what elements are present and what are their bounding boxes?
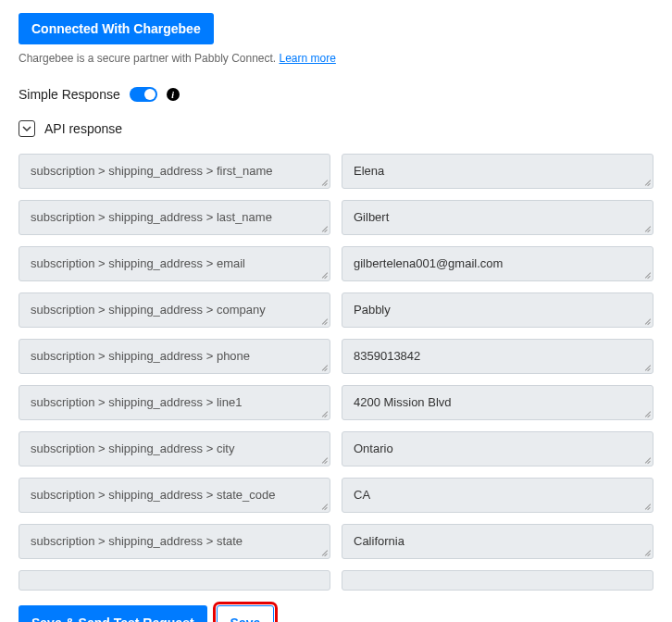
field-value[interactable]: California bbox=[342, 524, 653, 559]
resize-handle-icon bbox=[643, 225, 651, 232]
field-row: subscription > shipping_address > line1 … bbox=[19, 385, 653, 420]
field-key[interactable]: subscription > shipping_address > state bbox=[19, 524, 330, 559]
field-row: subscription > shipping_address > phone … bbox=[19, 339, 653, 374]
partner-note-text: Chargebee is a secure partner with Pabbl… bbox=[19, 52, 280, 65]
field-value[interactable]: Gilbert bbox=[342, 200, 653, 235]
simple-response-toggle[interactable] bbox=[130, 87, 157, 102]
resize-handle-icon bbox=[643, 503, 651, 510]
field-value[interactable]: 8359013842 bbox=[342, 339, 653, 374]
field-row bbox=[19, 570, 653, 591]
info-icon[interactable]: i bbox=[167, 88, 180, 101]
simple-response-label: Simple Response bbox=[19, 87, 120, 102]
field-row: subscription > shipping_address > compan… bbox=[19, 292, 653, 328]
field-key[interactable]: subscription > shipping_address > email bbox=[19, 246, 330, 281]
field-key[interactable]: subscription > shipping_address > city bbox=[19, 431, 330, 466]
resize-handle-icon bbox=[320, 271, 328, 279]
field-key[interactable] bbox=[19, 570, 330, 591]
field-row: subscription > shipping_address > state_… bbox=[19, 478, 653, 513]
field-value[interactable] bbox=[342, 570, 653, 591]
field-key[interactable]: subscription > shipping_address > state_… bbox=[19, 478, 330, 513]
api-response-row: API response bbox=[19, 120, 653, 137]
field-value[interactable]: CA bbox=[342, 478, 653, 513]
bottom-actions: Save & Send Test Request Save bbox=[19, 605, 653, 622]
api-response-label: API response bbox=[44, 121, 122, 136]
field-value[interactable]: 4200 Mission Blvd bbox=[342, 385, 653, 420]
resize-handle-icon bbox=[320, 456, 328, 464]
resize-handle-icon bbox=[643, 364, 651, 371]
field-value[interactable]: Pabbly bbox=[342, 292, 653, 328]
resize-handle-icon bbox=[643, 271, 651, 279]
resize-handle-icon bbox=[320, 503, 328, 510]
resize-handle-icon bbox=[643, 456, 651, 464]
learn-more-link[interactable]: Learn more bbox=[280, 52, 336, 65]
resize-handle-icon bbox=[320, 317, 328, 325]
field-key[interactable]: subscription > shipping_address > line1 bbox=[19, 385, 330, 420]
resize-handle-icon bbox=[320, 225, 328, 232]
resize-handle-icon bbox=[643, 549, 651, 556]
resize-handle-icon bbox=[320, 179, 328, 186]
field-key[interactable]: subscription > shipping_address > phone bbox=[19, 339, 330, 374]
api-response-collapse-toggle[interactable] bbox=[19, 120, 35, 137]
connected-with-chargebee-button[interactable]: Connected With Chargebee bbox=[19, 13, 214, 44]
field-row: subscription > shipping_address > first_… bbox=[19, 154, 653, 189]
field-value[interactable]: gilbertelena001@gmail.com bbox=[342, 246, 653, 281]
api-response-fields: subscription > shipping_address > first_… bbox=[19, 154, 653, 591]
chevron-down-icon bbox=[22, 124, 31, 133]
resize-handle-icon bbox=[320, 549, 328, 556]
resize-handle-icon bbox=[643, 410, 651, 417]
simple-response-row: Simple Response i bbox=[19, 87, 653, 102]
save-send-test-request-button[interactable]: Save & Send Test Request bbox=[19, 605, 207, 622]
field-row: subscription > shipping_address > city O… bbox=[19, 431, 653, 466]
field-value[interactable]: Ontario bbox=[342, 431, 653, 466]
partner-note: Chargebee is a secure partner with Pabbl… bbox=[19, 52, 653, 65]
field-key[interactable]: subscription > shipping_address > first_… bbox=[19, 154, 330, 189]
resize-handle-icon bbox=[320, 364, 328, 371]
save-button[interactable]: Save bbox=[217, 605, 275, 622]
field-value[interactable]: Elena bbox=[342, 154, 653, 189]
field-key[interactable]: subscription > shipping_address > last_n… bbox=[19, 200, 330, 235]
field-row: subscription > shipping_address > state … bbox=[19, 524, 653, 559]
field-row: subscription > shipping_address > email … bbox=[19, 246, 653, 281]
field-key[interactable]: subscription > shipping_address > compan… bbox=[19, 292, 330, 328]
resize-handle-icon bbox=[643, 317, 651, 325]
resize-handle-icon bbox=[320, 410, 328, 417]
resize-handle-icon bbox=[643, 179, 651, 186]
field-row: subscription > shipping_address > last_n… bbox=[19, 200, 653, 235]
